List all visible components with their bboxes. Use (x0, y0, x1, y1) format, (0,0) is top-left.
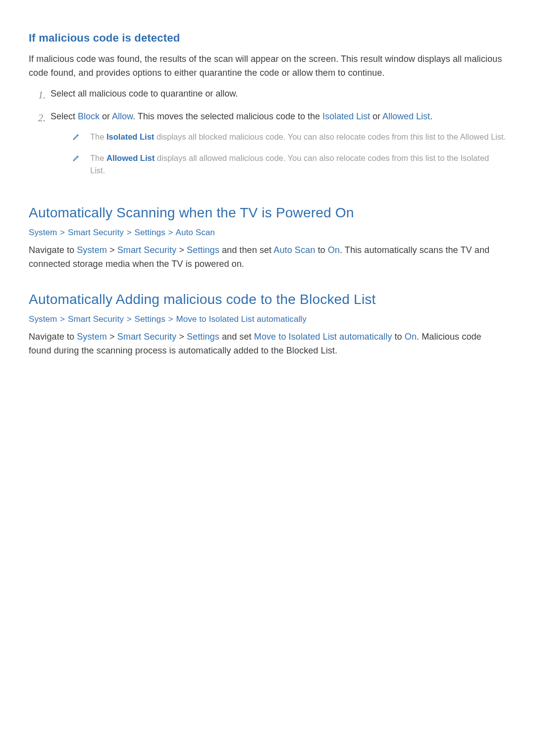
note-list: The Isolated List displays all blocked m… (72, 131, 506, 177)
step-text: Select Block or Allow. This moves the se… (51, 110, 506, 184)
text: Navigate to (29, 245, 77, 255)
text: > (107, 245, 117, 255)
text: or (370, 111, 382, 121)
term-auto-scan: Auto Scan (273, 245, 315, 255)
chevron-right-icon: > (168, 228, 174, 237)
step-text: Select all malicious code to quarantine … (51, 87, 506, 101)
note-item: The Isolated List displays all blocked m… (72, 131, 506, 145)
chevron-right-icon: > (59, 314, 65, 324)
bc-settings: Settings (135, 314, 165, 324)
term-move-isolated: Move to Isolated List automatically (254, 332, 392, 342)
text: and set (219, 332, 254, 342)
heading-auto-add-blocked: Automatically Adding malicious code to t… (29, 292, 506, 307)
term-system: System (77, 332, 107, 342)
intro-paragraph: If malicious code was found, the results… (29, 52, 506, 80)
text: > (107, 332, 117, 342)
step-number: 2. (29, 110, 46, 126)
bc-auto-scan: Auto Scan (176, 228, 215, 237)
bc-system: System (29, 314, 57, 324)
heading-auto-scan: Automatically Scanning when the TV is Po… (29, 205, 506, 221)
chevron-right-icon: > (168, 314, 174, 324)
bc-smart-security: Smart Security (68, 228, 124, 237)
bc-smart-security: Smart Security (68, 314, 124, 324)
term-isolated-list: Isolated List (322, 111, 370, 121)
auto-scan-paragraph: Navigate to System > Smart Security > Se… (29, 244, 506, 271)
term-smart-security: Smart Security (117, 245, 176, 255)
breadcrumb: System > Smart Security > Settings > Aut… (29, 228, 506, 238)
note-text: The Allowed List displays all allowed ma… (90, 152, 506, 177)
term-on: On (405, 332, 417, 342)
note-text: The Isolated List displays all blocked m… (90, 131, 506, 144)
bc-move-isolated: Move to Isolated List automatically (176, 314, 306, 324)
bc-settings: Settings (135, 228, 165, 237)
pencil-icon (72, 131, 83, 145)
step-1: 1. Select all malicious code to quaranti… (29, 87, 506, 103)
term-block: Block (78, 111, 100, 121)
text: displays all blocked malicious code. You… (154, 132, 506, 141)
term-on: On (328, 245, 340, 255)
chevron-right-icon: > (126, 228, 132, 237)
term-system: System (77, 245, 107, 255)
chevron-right-icon: > (59, 228, 65, 237)
term-isolated-list: Isolated List (107, 132, 154, 141)
term-smart-security: Smart Security (117, 332, 176, 342)
text: The (90, 153, 107, 162)
text: > (176, 245, 187, 255)
text: to (392, 332, 404, 342)
step-2: 2. Select Block or Allow. This moves the… (29, 110, 506, 184)
text: and then set (219, 245, 274, 255)
note-item: The Allowed List displays all allowed ma… (72, 152, 506, 177)
bc-system: System (29, 228, 57, 237)
step-number: 1. (29, 87, 46, 103)
text: or (100, 111, 112, 121)
text: The (90, 132, 107, 141)
term-settings: Settings (187, 332, 219, 342)
chevron-right-icon: > (126, 314, 132, 324)
auto-add-paragraph: Navigate to System > Smart Security > Se… (29, 330, 506, 358)
pencil-icon (72, 152, 83, 166)
text: . This moves the selected malicious code… (133, 111, 322, 121)
text: Navigate to (29, 332, 77, 342)
sub-heading-detected: If malicious code is detected (29, 32, 506, 45)
text: > (176, 332, 187, 342)
text: to (315, 245, 327, 255)
breadcrumb: System > Smart Security > Settings > Mov… (29, 314, 506, 324)
term-allow: Allow (112, 111, 133, 121)
term-settings: Settings (187, 245, 219, 255)
term-allowed-list: Allowed List (382, 111, 430, 121)
text: . (430, 111, 432, 121)
term-allowed-list: Allowed List (107, 153, 155, 162)
steps-list: 1. Select all malicious code to quaranti… (29, 87, 506, 184)
text: Select (51, 111, 78, 121)
